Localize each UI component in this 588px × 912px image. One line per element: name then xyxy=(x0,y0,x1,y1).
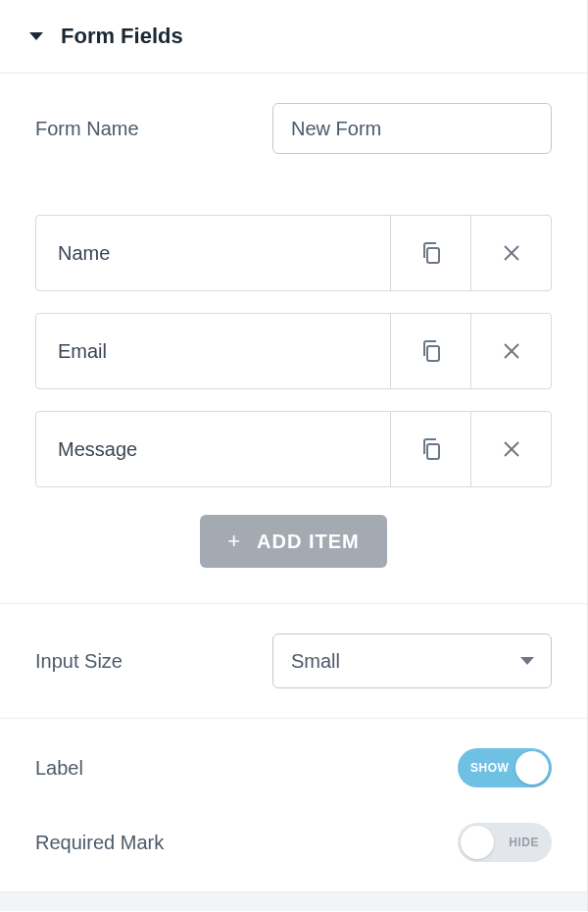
footer-divider xyxy=(0,891,587,911)
input-size-row: Input Size Small xyxy=(0,603,587,718)
duplicate-button[interactable] xyxy=(390,314,470,388)
items-list: Name Email xyxy=(0,183,587,603)
required-mark-label: Required Mark xyxy=(35,832,164,854)
field-item[interactable]: Message xyxy=(35,411,552,487)
duplicate-button[interactable] xyxy=(390,412,470,486)
field-item-label: Email xyxy=(36,314,390,388)
copy-icon xyxy=(420,339,442,363)
svg-rect-6 xyxy=(427,444,439,459)
form-name-input[interactable] xyxy=(272,103,552,154)
plus-icon: + xyxy=(227,531,241,552)
input-size-select[interactable]: Small xyxy=(272,633,552,688)
field-item[interactable]: Email xyxy=(35,313,552,389)
input-size-label: Input Size xyxy=(35,650,122,673)
input-size-value: Small xyxy=(291,650,340,673)
toggle-knob xyxy=(515,751,549,785)
copy-icon xyxy=(420,241,442,265)
toggle-text: HIDE xyxy=(509,836,539,849)
label-row: Label SHOW xyxy=(0,718,587,805)
section-title: Form Fields xyxy=(61,24,183,49)
close-icon xyxy=(502,243,521,263)
form-name-row: Form Name xyxy=(0,74,587,183)
copy-icon xyxy=(420,437,442,461)
duplicate-button[interactable] xyxy=(390,216,470,290)
remove-button[interactable] xyxy=(470,314,551,388)
remove-button[interactable] xyxy=(470,216,551,290)
section-header[interactable]: Form Fields xyxy=(0,0,587,74)
required-mark-toggle[interactable]: HIDE xyxy=(458,823,552,862)
close-icon xyxy=(502,341,521,361)
close-icon xyxy=(502,439,521,459)
chevron-down-icon xyxy=(29,32,43,40)
field-item[interactable]: Name xyxy=(35,215,552,291)
form-name-label: Form Name xyxy=(35,118,139,140)
field-item-label: Message xyxy=(36,412,390,486)
remove-button[interactable] xyxy=(470,412,551,486)
svg-rect-3 xyxy=(427,346,439,361)
required-mark-row: Required Mark HIDE xyxy=(0,805,587,891)
label-toggle[interactable]: SHOW xyxy=(458,748,552,787)
toggle-text: SHOW xyxy=(470,761,509,775)
label-toggle-label: Label xyxy=(35,757,83,780)
svg-rect-0 xyxy=(427,248,439,263)
toggle-knob xyxy=(461,826,494,859)
add-item-label: ADD ITEM xyxy=(257,531,360,553)
field-item-label: Name xyxy=(36,216,390,290)
add-item-button[interactable]: + ADD ITEM xyxy=(200,515,387,568)
